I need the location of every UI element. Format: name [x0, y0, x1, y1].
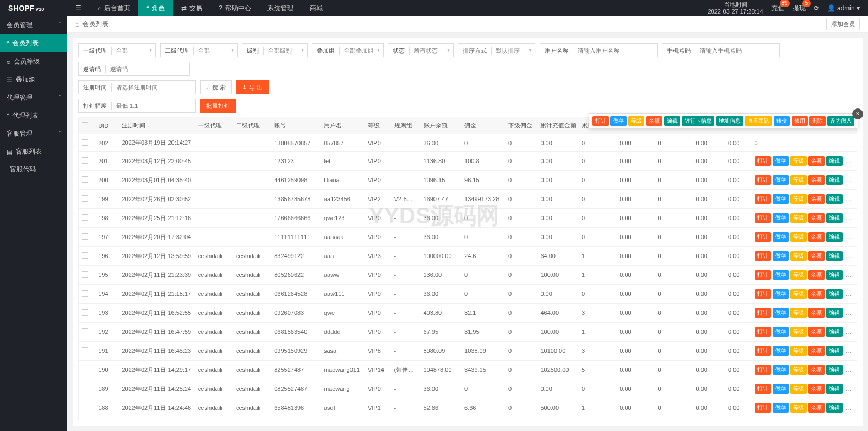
action-做单[interactable]: 做单 — [773, 251, 789, 261]
action-等级[interactable]: 等级 — [790, 327, 807, 337]
row-checkbox[interactable] — [82, 214, 88, 221]
row-checkbox[interactable] — [82, 347, 88, 353]
more-actions[interactable]: … — [844, 291, 853, 297]
action-做单[interactable]: 做单 — [773, 289, 789, 299]
sidebar-会员列表[interactable]: ᴬ会员列表 — [0, 34, 67, 52]
action-等级[interactable]: 等级 — [790, 365, 807, 375]
row-checkbox[interactable] — [82, 252, 88, 259]
more-actions[interactable]: … — [844, 196, 853, 202]
action-打针[interactable]: 打针 — [755, 308, 771, 318]
more-actions[interactable]: … — [844, 272, 853, 278]
filter-注册时间[interactable]: 注册时间 — [78, 80, 196, 94]
popup-action-余额[interactable]: 余额 — [646, 116, 662, 126]
sidebar-客服管理[interactable]: 客服管理ˇ — [0, 125, 67, 143]
action-余额[interactable]: 余额 — [808, 346, 825, 356]
action-编辑[interactable]: 编辑 — [826, 270, 843, 280]
action-余额[interactable]: 余额 — [808, 251, 825, 261]
popup-action-设为假人[interactable]: 设为假人 — [827, 116, 854, 126]
sidebar-客服代码[interactable]: 客服代码 — [0, 160, 67, 178]
action-编辑[interactable]: 编辑 — [826, 308, 843, 318]
row-checkbox[interactable] — [82, 176, 88, 183]
action-编辑[interactable]: 编辑 — [826, 251, 843, 261]
action-余额[interactable]: 余额 — [808, 384, 825, 394]
filter-用户名称[interactable]: 用户名称 — [540, 43, 658, 57]
action-编辑[interactable]: 编辑 — [826, 289, 843, 299]
action-打针[interactable]: 打针 — [755, 327, 771, 337]
action-余额[interactable]: 余额 — [808, 365, 825, 375]
action-等级[interactable]: 等级 — [790, 384, 807, 394]
input-用户名称[interactable] — [573, 44, 657, 57]
action-等级[interactable]: 等级 — [790, 270, 807, 280]
action-编辑[interactable]: 编辑 — [826, 365, 843, 375]
action-编辑[interactable]: 编辑 — [826, 346, 843, 356]
action-余额[interactable]: 余额 — [808, 232, 825, 242]
action-打针[interactable]: 打针 — [755, 194, 771, 204]
action-做单[interactable]: 做单 — [773, 327, 789, 337]
row-checkbox[interactable] — [82, 195, 88, 202]
popup-action-账变[interactable]: 账变 — [774, 116, 790, 126]
action-等级[interactable]: 等级 — [790, 156, 807, 166]
more-actions[interactable]: … — [844, 385, 853, 392]
menu-toggle[interactable]: ☰ — [67, 4, 90, 12]
action-等级[interactable]: 等级 — [790, 308, 807, 318]
nav-帮助中心[interactable]: ? 帮助中心 — [210, 0, 259, 16]
filter-级别[interactable]: 级别全部级别 — [242, 43, 308, 57]
input-注册时间[interactable] — [112, 81, 195, 94]
user-menu[interactable]: 👤 admin ▾ — [827, 4, 860, 12]
sidebar-代理管理[interactable]: 代理管理ˇ — [0, 89, 67, 107]
row-checkbox[interactable] — [82, 139, 88, 146]
filter-二级代理[interactable]: 二级代理全部 — [160, 43, 238, 57]
col-checkbox[interactable] — [79, 117, 95, 134]
action-打针[interactable]: 打针 — [755, 156, 771, 166]
more-actions[interactable]: … — [844, 366, 853, 373]
action-余额[interactable]: 余额 — [808, 156, 825, 166]
nav-系统管理[interactable]: 系统管理 — [259, 0, 302, 16]
action-做单[interactable]: 做单 — [773, 308, 789, 318]
action-等级[interactable]: 等级 — [790, 403, 807, 413]
row-checkbox[interactable] — [82, 271, 88, 278]
action-打针[interactable]: 打针 — [755, 213, 771, 223]
row-checkbox[interactable] — [82, 290, 88, 297]
action-编辑[interactable]: 编辑 — [826, 384, 843, 394]
action-做单[interactable]: 做单 — [773, 175, 789, 185]
more-actions[interactable]: … — [844, 310, 853, 316]
add-member-button[interactable]: 添加会员 — [826, 18, 860, 30]
action-做单[interactable]: 做单 — [773, 232, 789, 242]
filter-邀请码[interactable]: 邀请码 — [78, 62, 190, 76]
action-余额[interactable]: 余额 — [808, 289, 825, 299]
popup-action-打针[interactable]: 打针 — [592, 116, 609, 126]
table-wrap[interactable]: UID注册时间一级代理二级代理账号用户名等级规则组账户余额佣金下级佣金累计充值金… — [78, 117, 857, 420]
action-余额[interactable]: 余额 — [808, 213, 825, 223]
row-checkbox[interactable] — [82, 309, 88, 316]
action-做单[interactable]: 做单 — [773, 403, 789, 413]
row-checkbox[interactable] — [82, 385, 88, 391]
action-编辑[interactable]: 编辑 — [826, 175, 843, 185]
filter-打针幅度[interactable]: 打针幅度 — [78, 99, 196, 113]
nav-角色[interactable]: ᴬ 角色 — [138, 0, 173, 16]
action-打针[interactable]: 打针 — [755, 175, 771, 185]
action-等级[interactable]: 等级 — [790, 213, 807, 223]
sidebar-会员管理[interactable]: 会员管理ˇ — [0, 16, 67, 34]
more-actions[interactable]: … — [844, 177, 853, 183]
action-余额[interactable]: 余额 — [808, 194, 825, 204]
input-手机号码[interactable] — [695, 44, 779, 57]
recharge-link[interactable]: 充值 89 — [771, 4, 784, 13]
popup-action-做单[interactable]: 做单 — [610, 116, 627, 126]
sidebar-客服列表[interactable]: ▤客服列表 — [0, 143, 67, 160]
action-编辑[interactable]: 编辑 — [826, 213, 843, 223]
more-actions[interactable]: … — [844, 234, 853, 240]
action-等级[interactable]: 等级 — [790, 232, 807, 242]
more-actions[interactable]: … — [844, 404, 853, 411]
action-做单[interactable]: 做单 — [773, 156, 789, 166]
action-打针[interactable]: 打针 — [755, 270, 771, 280]
action-打针[interactable]: 打针 — [755, 384, 771, 394]
row-checkbox[interactable] — [82, 157, 88, 164]
select-all-checkbox[interactable] — [82, 122, 88, 128]
action-做单[interactable]: 做单 — [773, 365, 789, 375]
action-编辑[interactable]: 编辑 — [826, 194, 843, 204]
sidebar-叠加组[interactable]: ☰叠加组 — [0, 71, 67, 89]
batch-inject-button[interactable]: 批量打针 — [200, 99, 236, 113]
more-actions[interactable]: … — [844, 329, 853, 335]
close-icon[interactable]: × — [852, 108, 863, 119]
filter-排序方式[interactable]: 排序方式默认排序 — [458, 43, 535, 57]
